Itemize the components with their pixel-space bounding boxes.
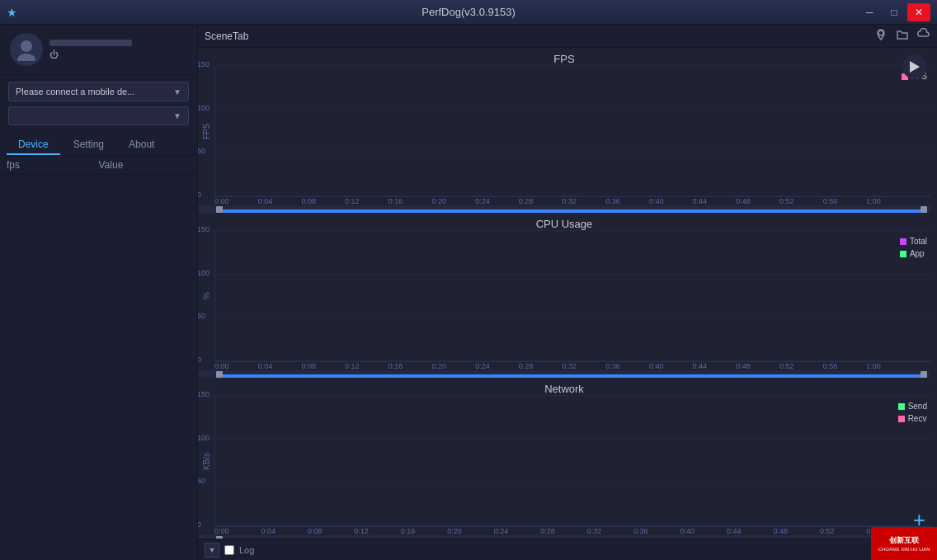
play-button[interactable] xyxy=(902,54,927,79)
log-checkbox[interactable] xyxy=(224,545,234,555)
bottom-left: ▼ Log xyxy=(205,543,254,558)
cpu-legend-total-label: Total xyxy=(910,237,927,246)
info-col-value: Value xyxy=(99,159,191,171)
cpu-label-100: 100 xyxy=(198,269,210,277)
network-label-0: 0 xyxy=(198,520,201,529)
cpu-x-axis: 0:00 0:04 0:08 0:12 0:16 0:20 0:24 0:28 … xyxy=(198,362,930,370)
scene-tab-header: SceneTab xyxy=(198,25,937,48)
cpu-y-label: % xyxy=(198,230,214,362)
cpu-chart-area: % 150 100 50 xyxy=(198,230,930,362)
cpu-legend: Total App xyxy=(900,237,927,258)
network-handle-left[interactable] xyxy=(216,536,223,539)
window-title: PerfDog(v3.0.9153) xyxy=(421,6,515,18)
network-legend-recv-dot xyxy=(898,416,905,422)
username-bar xyxy=(49,40,132,46)
watermark: 创新互联 CHUANG XIN HU LIAN xyxy=(871,527,937,560)
device-dropdown-arrow: ▼ xyxy=(173,87,181,96)
network-timeline[interactable] xyxy=(198,535,930,539)
log-label: Log xyxy=(239,545,254,555)
folder-icon[interactable] xyxy=(896,28,909,44)
network-legend-send: Send xyxy=(898,402,927,411)
scene-tab-label: SceneTab xyxy=(205,31,248,42)
cpu-legend-total-dot xyxy=(900,238,906,245)
fps-chart: FPS FPS 150 100 50 xyxy=(198,48,930,211)
minimize-button[interactable]: ─ xyxy=(858,3,881,21)
network-label-150: 150 xyxy=(198,390,210,398)
fps-grid-0: 0 xyxy=(215,195,930,196)
tab-setting[interactable]: Setting xyxy=(62,135,115,155)
cpu-legend-app: App xyxy=(900,249,927,258)
svg-marker-3 xyxy=(910,61,920,73)
device-dropdown-label: Please connect a mobile de... xyxy=(16,87,134,96)
cpu-grid-50: 50 xyxy=(215,317,930,318)
fps-x-axis: 0:00 0:04 0:08 0:12 0:16 0:20 0:24 0:28 … xyxy=(198,197,930,205)
network-grid-0: 0 xyxy=(215,525,930,526)
cpu-grid-100: 100 xyxy=(215,274,930,275)
scene-tab-icons xyxy=(874,28,930,44)
network-grid-lines: 150 100 50 0 xyxy=(215,395,930,526)
app-icon: ★ xyxy=(7,6,17,19)
cpu-grid-0: 0 xyxy=(215,360,930,361)
maximize-button[interactable]: □ xyxy=(883,3,906,21)
network-label-100: 100 xyxy=(198,434,210,442)
cpu-label-50: 50 xyxy=(198,312,205,320)
svg-point-1 xyxy=(17,54,35,61)
network-legend: Send Recv xyxy=(898,402,927,423)
cpu-chart: CPU Usage % 150 100 50 xyxy=(198,213,930,376)
fps-grid-100: 100 xyxy=(215,109,930,110)
fps-label-0: 0 xyxy=(198,191,201,199)
cpu-label-150: 150 xyxy=(198,225,210,233)
app-dropdown-arrow: ▼ xyxy=(173,111,181,120)
info-table: fps Value xyxy=(0,156,197,560)
network-chart: Network KB/s 150 100 50 xyxy=(198,378,930,539)
fps-grid-150: 150 xyxy=(215,65,930,66)
network-x-axis: 0:00 0:04 0:08 0:12 0:16 0:20 0:24 0:28 … xyxy=(198,527,930,535)
location-icon[interactable] xyxy=(874,28,888,44)
fps-title: FPS xyxy=(198,48,930,65)
watermark-line2: CHUANG XIN HU LIAN xyxy=(878,547,930,552)
network-chart-inner: 150 100 50 0 xyxy=(214,395,930,527)
network-legend-send-dot xyxy=(898,403,905,410)
cloud-icon[interactable] xyxy=(917,28,930,44)
network-title: Network xyxy=(198,378,930,395)
left-panel: ⏻ Please connect a mobile de... ▼ ▼ Devi… xyxy=(0,25,198,560)
cpu-grid-lines: 150 100 50 0 xyxy=(215,230,930,361)
avatar xyxy=(10,33,43,66)
charts-area[interactable]: FPS FPS 150 100 50 xyxy=(198,48,937,539)
device-section: Please connect a mobile de... ▼ ▼ xyxy=(0,75,197,132)
fps-label-50: 50 xyxy=(198,147,205,155)
right-panel: SceneTab xyxy=(198,25,937,560)
bottom-bar: ▼ Log https://blog.cs xyxy=(198,539,937,560)
collapse-button[interactable]: ▼ xyxy=(205,543,219,558)
network-chart-area: KB/s 150 100 50 xyxy=(198,395,930,527)
close-button[interactable]: ✕ xyxy=(907,3,930,21)
title-bar: ★ PerfDog(v3.0.9153) ─ □ ✕ xyxy=(0,0,937,25)
svg-point-0 xyxy=(21,40,32,52)
watermark-line1: 创新互联 xyxy=(878,535,930,546)
main-layout: ⏻ Please connect a mobile de... ▼ ▼ Devi… xyxy=(0,25,937,560)
network-grid-100: 100 xyxy=(215,439,930,440)
cpu-legend-total: Total xyxy=(900,237,927,246)
power-icon: ⏻ xyxy=(49,49,132,59)
cpu-chart-inner: 150 100 50 0 xyxy=(214,230,930,362)
fps-label-100: 100 xyxy=(198,104,210,112)
network-legend-recv: Recv xyxy=(898,414,927,423)
user-info: ⏻ xyxy=(49,40,132,59)
network-legend-send-label: Send xyxy=(908,402,927,411)
cpu-legend-app-dot xyxy=(900,251,906,257)
cpu-legend-app-label: App xyxy=(910,249,925,258)
tab-device[interactable]: Device xyxy=(7,135,60,155)
fps-grid-50: 50 xyxy=(215,152,930,153)
window-controls: ─ □ ✕ xyxy=(858,3,930,21)
app-dropdown[interactable]: ▼ xyxy=(8,106,189,125)
tab-bar: Device Setting About xyxy=(0,132,197,156)
network-grid-150: 150 xyxy=(215,395,930,396)
device-dropdown[interactable]: Please connect a mobile de... ▼ xyxy=(8,82,189,101)
user-area: ⏻ xyxy=(0,25,197,75)
fps-chart-area: FPS 150 100 50 xyxy=(198,65,930,197)
tab-about[interactable]: About xyxy=(117,135,166,155)
network-grid-50: 50 xyxy=(215,482,930,482)
cpu-grid-150: 150 xyxy=(215,230,930,231)
fps-grid-lines: 150 100 50 0 xyxy=(215,65,930,196)
cpu-title: CPU Usage xyxy=(198,213,930,230)
